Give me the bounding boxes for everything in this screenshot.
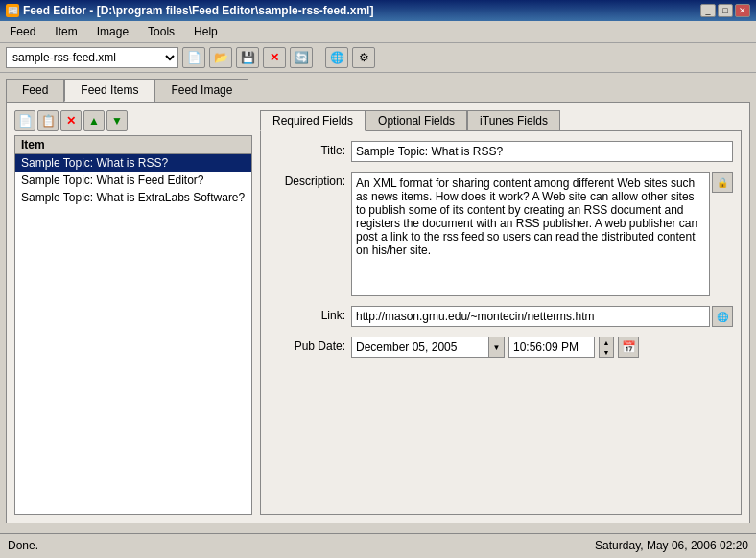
menu-item[interactable]: Item [49,23,83,40]
toolbar-separator [319,48,319,67]
menu-tools[interactable]: Tools [142,23,180,40]
remove-item-button[interactable]: ✕ [60,110,82,131]
item-list: Item Sample Topic: What is RSS? Sample T… [14,135,252,515]
list-item[interactable]: Sample Topic: What is RSS? [15,154,251,172]
web-button[interactable]: 🌐 [325,47,348,68]
content-area: 📄 📋 ✕ ▲ ▼ Item Sample Topic: What is RSS… [6,102,750,523]
description-action-button[interactable]: 🔒 [712,172,733,193]
menu-feed[interactable]: Feed [4,23,41,40]
left-toolbar: 📄 📋 ✕ ▲ ▼ [14,110,252,131]
description-textarea[interactable]: An XML format for sharing content among … [351,172,710,296]
close-button[interactable]: ✕ [735,4,750,17]
tab-itunes-fields[interactable]: iTunes Fields [467,110,560,131]
right-panel: Required Fields Optional Fields iTunes F… [260,110,742,515]
minimize-button[interactable]: _ [700,4,716,17]
tab-feed[interactable]: Feed [6,79,64,102]
window-controls: _ □ ✕ [700,4,750,17]
date-combo-text: December 05, 2005 [352,338,488,356]
pubdate-label: Pub Date: [269,337,345,353]
menu-bar: Feed Item Image Tools Help [0,21,756,43]
toolbar: sample-rss-feed.xml 📄 📂 💾 ✕ 🔄 🌐 ⚙ [0,43,756,73]
description-wrapper: An XML format for sharing content among … [351,172,733,296]
top-tab-bar: Feed Feed Items Feed Image [6,79,750,102]
left-panel: 📄 📋 ✕ ▲ ▼ Item Sample Topic: What is RSS… [14,110,252,515]
title-row: Title: [269,141,733,162]
save-button[interactable]: 💾 [236,47,259,68]
link-row: Link: 🌐 [269,306,733,327]
menu-image[interactable]: Image [91,23,134,40]
time-up-button[interactable]: ▲ [600,337,613,347]
duplicate-item-button[interactable]: 📋 [37,110,59,131]
move-up-button[interactable]: ▲ [83,110,105,131]
pubdate-row: Pub Date: December 05, 2005 ▼ ▲ ▼ 📅 [269,337,733,358]
move-down-button[interactable]: ▼ [106,110,128,131]
settings-button[interactable]: ⚙ [352,47,375,68]
date-combo[interactable]: December 05, 2005 ▼ [351,337,505,358]
menu-help[interactable]: Help [188,23,224,40]
inner-tab-bar: Required Fields Optional Fields iTunes F… [260,110,742,131]
date-combo-arrow[interactable]: ▼ [488,337,504,357]
window-title: Feed Editor - [D:\program files\Feed Edi… [23,4,373,17]
main-window: Feed Feed Items Feed Image 📄 📋 ✕ ▲ ▼ Ite… [0,73,756,533]
time-spinner: ▲ ▼ [599,337,614,358]
title-input[interactable] [351,141,733,162]
inner-content: Title: Description: An XML format for sh… [260,130,742,515]
title-label: Title: [269,141,345,157]
new-button[interactable]: 📄 [182,47,205,68]
refresh-button[interactable]: 🔄 [290,47,313,68]
link-label: Link: [269,306,345,322]
time-input[interactable] [508,337,595,358]
file-combo[interactable]: sample-rss-feed.xml [6,47,178,68]
calendar-button[interactable]: 📅 [618,337,639,358]
app-icon: 📰 [6,4,19,17]
status-right: Saturday, May 06, 2006 02:20 [595,539,748,552]
link-wrapper: 🌐 [351,306,733,327]
item-list-header: Item [15,136,251,154]
link-input[interactable] [351,306,710,327]
maximize-button[interactable]: □ [718,4,733,17]
tab-feed-image[interactable]: Feed Image [154,79,248,102]
status-left: Done. [8,539,38,552]
tab-feed-items[interactable]: Feed Items [64,79,154,102]
title-bar: 📰 Feed Editor - [D:\program files\Feed E… [0,0,756,21]
time-down-button[interactable]: ▼ [600,347,613,357]
list-item[interactable]: Sample Topic: What is Feed Editor? [15,172,251,189]
description-row: Description: An XML format for sharing c… [269,172,733,296]
status-bar: Done. Saturday, May 06, 2006 02:20 [0,533,756,556]
description-label: Description: [269,172,345,188]
add-item-button[interactable]: 📄 [14,110,35,131]
tab-required-fields[interactable]: Required Fields [260,110,366,131]
list-item[interactable]: Sample Topic: What is ExtraLabs Software… [15,189,251,206]
link-action-button[interactable]: 🌐 [712,306,733,327]
date-wrapper: December 05, 2005 ▼ ▲ ▼ 📅 [351,337,733,358]
open-button[interactable]: 📂 [209,47,232,68]
tab-optional-fields[interactable]: Optional Fields [366,110,467,131]
delete-button[interactable]: ✕ [263,47,286,68]
